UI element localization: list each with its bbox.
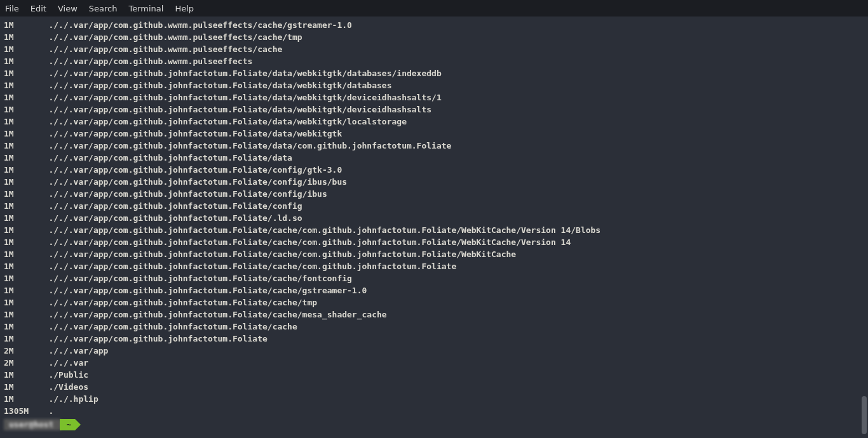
terminal-viewport[interactable]: 1M././.var/app/com.github.wwmm.pulseeffe… [0, 17, 868, 438]
size-value: 1M [4, 296, 48, 309]
path-value: ././.var/app/com.github.johnfactotum.Fol… [48, 334, 267, 343]
prompt-line: user@host ~ [4, 418, 864, 431]
path-value: ././.var/app/com.github.johnfactotum.Fol… [48, 298, 317, 307]
output-row: 1M././.var/app/com.github.johnfactotum.F… [4, 284, 864, 296]
size-value: 1M [4, 164, 48, 176]
size-value: 1M [4, 212, 48, 224]
size-value: 1M [4, 333, 48, 345]
size-value: 1M [4, 140, 48, 152]
menu-edit[interactable]: Edit [31, 4, 46, 13]
path-value: ././.var/app/com.github.johnfactotum.Fol… [48, 237, 571, 247]
output-row: 1M././.var/app/com.github.johnfactotum.F… [4, 212, 864, 224]
output-row: 1M././.var/app/com.github.wwmm.pulseeffe… [4, 43, 864, 55]
path-value: . [48, 406, 53, 416]
output-row: 1M././.var/app/com.github.wwmm.pulseeffe… [4, 55, 864, 67]
size-value: 1M [4, 200, 48, 212]
menu-view[interactable]: View [58, 4, 78, 13]
output-row: 1M./Public [4, 369, 864, 381]
path-value: ././.var/app/com.github.johnfactotum.Fol… [48, 165, 342, 175]
menu-search[interactable]: Search [89, 4, 118, 13]
size-value: 1M [4, 43, 48, 55]
size-value: 1M [4, 79, 48, 91]
terminal-output: 1M././.var/app/com.github.wwmm.pulseeffe… [4, 19, 864, 417]
menu-help[interactable]: Help [175, 4, 194, 13]
size-value: 1M [4, 128, 48, 140]
path-value: ././.var/app/com.github.johnfactotum.Fol… [48, 129, 342, 138]
output-row: 1M././.var/app/com.github.johnfactotum.F… [4, 128, 864, 140]
path-value: ././.var/app/com.github.johnfactotum.Fol… [48, 189, 327, 199]
size-value: 1M [4, 260, 48, 272]
path-value: ././.var [48, 358, 88, 368]
size-value: 1M [4, 321, 48, 333]
output-row: 1M././.var/app/com.github.johnfactotum.F… [4, 103, 864, 116]
scrollbar-thumb[interactable] [862, 396, 867, 434]
output-row: 1M././.var/app/com.github.wwmm.pulseeffe… [4, 19, 864, 31]
output-row: 2M././.var [4, 357, 864, 369]
path-value: ./Videos [48, 382, 88, 392]
path-value: ././.var/app/com.github.johnfactotum.Fol… [48, 213, 302, 223]
output-row: 2M././.var/app [4, 345, 864, 357]
path-value: ./Public [48, 370, 88, 380]
output-row: 1M././.var/app/com.github.johnfactotum.F… [4, 152, 864, 164]
path-value: ././.var/app/com.github.johnfactotum.Fol… [48, 177, 347, 187]
output-row: 1M././.var/app/com.github.johnfactotum.F… [4, 200, 864, 212]
size-value: 1M [4, 31, 48, 43]
output-row: 1M././.hplip [4, 393, 864, 405]
size-value: 1M [4, 103, 48, 116]
output-row: 1M././.var/app/com.github.johnfactotum.F… [4, 296, 864, 309]
path-value: ././.var/app/com.github.johnfactotum.Fol… [48, 225, 600, 235]
size-value: 1M [4, 309, 48, 321]
output-row: 1M././.var/app/com.github.johnfactotum.F… [4, 224, 864, 236]
path-value: ././.var/app/com.github.wwmm.pulseeffect… [48, 56, 252, 66]
path-value: ././.hplip [48, 394, 98, 404]
size-value: 1M [4, 55, 48, 67]
path-value: ././.var/app/com.github.johnfactotum.Fol… [48, 286, 367, 295]
output-row: 1M././.var/app/com.github.johnfactotum.F… [4, 248, 864, 260]
output-row: 1M././.var/app/com.github.wwmm.pulseeffe… [4, 31, 864, 43]
size-value: 1M [4, 272, 48, 284]
size-value: 2M [4, 345, 48, 357]
output-row: 1M././.var/app/com.github.johnfactotum.F… [4, 164, 864, 176]
size-value: 1M [4, 188, 48, 200]
output-row: 1M././.var/app/com.github.johnfactotum.F… [4, 272, 864, 284]
output-row: 1M././.var/app/com.github.johnfactotum.F… [4, 91, 864, 103]
path-value: ././.var/app/com.github.johnfactotum.Fol… [48, 105, 431, 114]
output-row: 1M././.var/app/com.github.johnfactotum.F… [4, 176, 864, 188]
menubar: File Edit View Search Terminal Help [0, 0, 868, 17]
output-row: 1M././.var/app/com.github.johnfactotum.F… [4, 309, 864, 321]
output-row: 1M././.var/app/com.github.johnfactotum.F… [4, 236, 864, 248]
path-value: ././.var/app/com.github.wwmm.pulseeffect… [48, 20, 351, 30]
size-value: 1M [4, 369, 48, 381]
output-row: 1M././.var/app/com.github.johnfactotum.F… [4, 260, 864, 272]
output-row: 1M././.var/app/com.github.johnfactotum.F… [4, 116, 864, 128]
size-value: 1M [4, 91, 48, 103]
path-value: ././.var/app/com.github.johnfactotum.Fol… [48, 322, 297, 331]
size-value: 1M [4, 67, 48, 79]
output-row: 1M././.var/app/com.github.johnfactotum.F… [4, 333, 864, 345]
path-value: ././.var/app/com.github.wwmm.pulseeffect… [48, 32, 302, 42]
path-value: ././.var/app [48, 346, 108, 355]
command-input[interactable] [85, 419, 864, 430]
scrollbar-track[interactable] [860, 17, 867, 438]
size-value: 1M [4, 176, 48, 188]
size-value: 2M [4, 357, 48, 369]
path-value: ././.var/app/com.github.johnfactotum.Fol… [48, 69, 441, 78]
size-value: 1M [4, 284, 48, 296]
path-value: ././.var/app/com.github.johnfactotum.Fol… [48, 274, 351, 283]
output-row: 1M././.var/app/com.github.johnfactotum.F… [4, 188, 864, 200]
size-value: 1M [4, 236, 48, 248]
size-value: 1M [4, 224, 48, 236]
path-value: ././.var/app/com.github.johnfactotum.Fol… [48, 153, 292, 163]
path-value: ././.var/app/com.github.johnfactotum.Fol… [48, 249, 516, 259]
output-row: 1M././.var/app/com.github.johnfactotum.F… [4, 140, 864, 152]
path-value: ././.var/app/com.github.johnfactotum.Fol… [48, 93, 441, 102]
size-value: 1M [4, 116, 48, 128]
path-value: ././.var/app/com.github.johnfactotum.Fol… [48, 262, 456, 271]
size-value: 1M [4, 248, 48, 260]
output-row: 1M././.var/app/com.github.johnfactotum.F… [4, 321, 864, 333]
size-value: 1M [4, 152, 48, 164]
prompt-host-segment: user@host [4, 419, 60, 430]
menu-file[interactable]: File [5, 4, 19, 13]
path-value: ././.var/app/com.github.johnfactotum.Fol… [48, 141, 451, 150]
menu-terminal[interactable]: Terminal [128, 4, 163, 13]
